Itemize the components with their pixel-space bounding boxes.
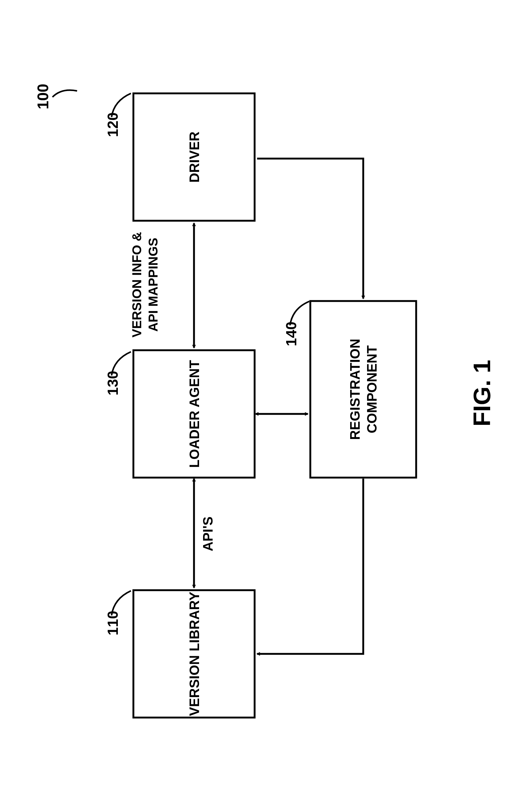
leader-system-100: [52, 90, 77, 97]
box-registration-component-label: REGISTRATION COMPONENT: [346, 302, 380, 477]
connector-driver-to-registration: [257, 158, 363, 298]
label-ref-120: 120: [104, 112, 121, 137]
figure-caption: FIG. 1: [468, 0, 496, 786]
label-ref-140: 140: [282, 322, 299, 346]
box-version-library: VERSION LIBRARY: [132, 589, 255, 718]
connector-registration-to-library: [257, 478, 363, 654]
label-ref-130: 130: [104, 371, 121, 395]
box-loader-agent-label: LOADER AGENT: [186, 360, 203, 468]
box-version-library-label: VERSION LIBRARY: [186, 592, 203, 716]
box-driver: DRIVER: [132, 92, 255, 222]
box-driver-label: DRIVER: [186, 131, 203, 182]
label-connector-version-info: VERSION INFO & API MAPPINGS: [129, 229, 161, 340]
connectors-layer: [0, 0, 532, 786]
label-ref-110: 110: [104, 611, 121, 635]
label-system-ref: 100: [34, 84, 52, 109]
diagram-canvas: 100 VERSION LIBRARY 110 LOADER AGENT 130…: [0, 0, 532, 786]
label-connector-apis: API'S: [200, 503, 215, 564]
box-registration-component: REGISTRATION COMPONENT: [309, 300, 417, 478]
box-loader-agent: LOADER AGENT: [132, 349, 255, 478]
